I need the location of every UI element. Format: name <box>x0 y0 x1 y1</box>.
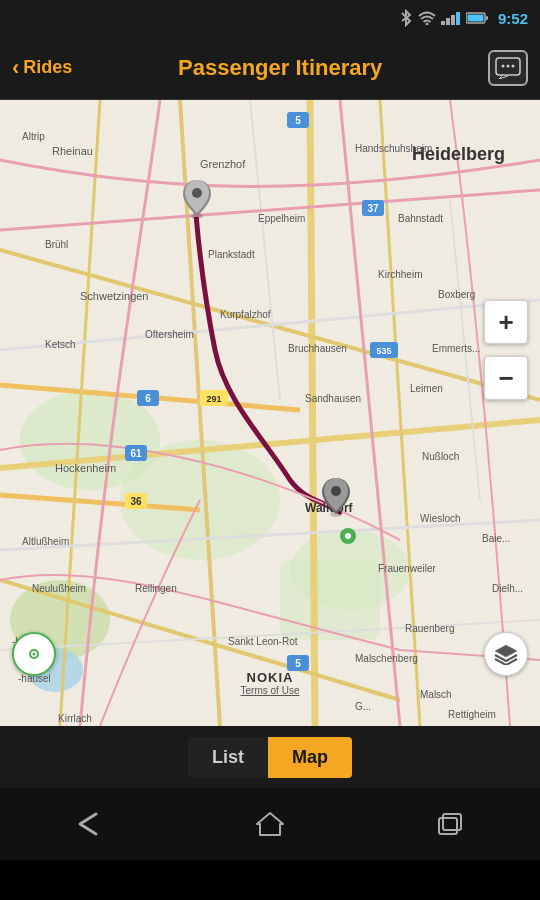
android-recent-icon <box>435 810 465 838</box>
svg-rect-3 <box>451 15 455 25</box>
svg-text:Rheinau: Rheinau <box>52 145 93 157</box>
svg-text:Nußloch: Nußloch <box>422 451 459 462</box>
svg-point-82 <box>33 653 36 656</box>
svg-text:Sandhausen: Sandhausen <box>305 393 361 404</box>
svg-text:Boxberg: Boxberg <box>438 289 475 300</box>
svg-text:Leimen: Leimen <box>410 383 443 394</box>
svg-text:61: 61 <box>130 448 142 459</box>
svg-rect-1 <box>441 21 445 25</box>
svg-point-79 <box>345 533 351 539</box>
svg-text:36: 36 <box>130 496 142 507</box>
svg-text:Eppelheim: Eppelheim <box>258 213 305 224</box>
svg-text:Emmerts...: Emmerts... <box>432 343 480 354</box>
svg-text:Brühl: Brühl <box>45 239 68 250</box>
svg-text:Frauenweiler: Frauenweiler <box>378 563 436 574</box>
svg-rect-4 <box>456 12 460 25</box>
svg-rect-2 <box>446 18 450 25</box>
svg-rect-83 <box>439 818 457 834</box>
svg-rect-6 <box>486 16 488 20</box>
svg-text:5: 5 <box>295 658 301 669</box>
svg-point-0 <box>425 23 428 26</box>
android-home-icon <box>255 809 285 839</box>
back-arrow-icon: ‹ <box>12 55 19 81</box>
svg-point-76 <box>331 486 341 496</box>
svg-text:Plankstadt: Plankstadt <box>208 249 255 260</box>
svg-text:Wiesloch: Wiesloch <box>420 513 461 524</box>
map-container[interactable]: 5 37 535 6 291 36 61 5 Heidelberg Rheina… <box>0 100 540 726</box>
nokia-text: NOKIA <box>241 670 300 685</box>
svg-text:Malsch: Malsch <box>420 689 452 700</box>
wifi-icon <box>418 11 436 25</box>
map-layers-button[interactable] <box>484 632 528 676</box>
chat-icon <box>495 57 521 79</box>
status-time: 9:52 <box>498 10 528 27</box>
zoom-in-icon: + <box>498 307 513 338</box>
zoom-out-button[interactable]: − <box>484 356 528 400</box>
status-icons <box>399 9 488 27</box>
back-label: Rides <box>23 57 72 78</box>
zoom-in-button[interactable]: + <box>484 300 528 344</box>
zoom-out-icon: − <box>498 363 513 394</box>
svg-rect-17 <box>280 560 380 640</box>
chat-button[interactable] <box>488 50 528 86</box>
svg-point-11 <box>512 64 515 67</box>
tab-bar: List Map <box>0 726 540 788</box>
battery-icon <box>466 12 488 24</box>
location-button[interactable] <box>12 632 56 676</box>
svg-text:Kirrlach: Kirrlach <box>58 713 92 724</box>
svg-text:Grenzhof: Grenzhof <box>200 158 246 170</box>
svg-text:5: 5 <box>295 115 301 126</box>
svg-point-74 <box>192 188 202 198</box>
svg-text:Kirchheim: Kirchheim <box>378 269 422 280</box>
svg-text:Rettigheim: Rettigheim <box>448 709 496 720</box>
svg-text:Malschenberg: Malschenberg <box>355 653 418 664</box>
android-back-button[interactable] <box>60 794 120 854</box>
android-nav-bar <box>0 788 540 860</box>
svg-text:Oftersheim: Oftersheim <box>145 329 194 340</box>
svg-text:Dielh...: Dielh... <box>492 583 523 594</box>
android-recent-button[interactable] <box>420 794 480 854</box>
svg-point-10 <box>507 64 510 67</box>
svg-text:G...: G... <box>355 701 371 712</box>
terms-link[interactable]: Terms of Use <box>241 685 300 696</box>
location-icon <box>23 643 45 665</box>
svg-text:Kurpfalzhof: Kurpfalzhof <box>220 309 271 320</box>
map-svg: 5 37 535 6 291 36 61 5 Heidelberg Rheina… <box>0 100 540 726</box>
nokia-logo: NOKIA Terms of Use <box>241 670 300 696</box>
tab-list[interactable]: List <box>188 737 268 778</box>
svg-text:Hockenheim: Hockenheim <box>55 462 116 474</box>
tab-map[interactable]: Map <box>268 737 352 778</box>
svg-text:Neulußheim: Neulußheim <box>32 583 86 594</box>
svg-text:Bruchhausen: Bruchhausen <box>288 343 347 354</box>
svg-text:37: 37 <box>367 203 379 214</box>
android-home-button[interactable] <box>240 794 300 854</box>
status-bar: 9:52 <box>0 0 540 36</box>
nav-bar: ‹ Rides Passenger Itinerary <box>0 36 540 100</box>
svg-text:291: 291 <box>206 394 221 404</box>
svg-text:Altlußheim: Altlußheim <box>22 536 69 547</box>
svg-text:Sankt Leon-Rot: Sankt Leon-Rot <box>228 636 298 647</box>
svg-text:Altrip: Altrip <box>22 131 45 142</box>
svg-text:Rauenberg: Rauenberg <box>405 623 454 634</box>
layers-icon <box>493 643 519 665</box>
svg-text:Schwetzingen: Schwetzingen <box>80 290 149 302</box>
svg-text:Reilingen: Reilingen <box>135 583 177 594</box>
android-back-icon <box>72 810 108 838</box>
svg-rect-84 <box>443 814 461 830</box>
svg-text:Handschuhsheim: Handschuhsheim <box>355 143 432 154</box>
svg-text:Bahnstadt: Bahnstadt <box>398 213 443 224</box>
svg-rect-7 <box>467 15 483 22</box>
svg-text:Ketsch: Ketsch <box>45 339 76 350</box>
page-title: Passenger Itinerary <box>178 55 382 81</box>
bluetooth-icon <box>399 9 413 27</box>
svg-text:6: 6 <box>145 393 151 404</box>
back-button[interactable]: ‹ Rides <box>12 55 72 81</box>
signal-icon <box>441 11 461 25</box>
svg-point-9 <box>502 64 505 67</box>
svg-text:Baie...: Baie... <box>482 533 510 544</box>
svg-text:535: 535 <box>376 346 391 356</box>
